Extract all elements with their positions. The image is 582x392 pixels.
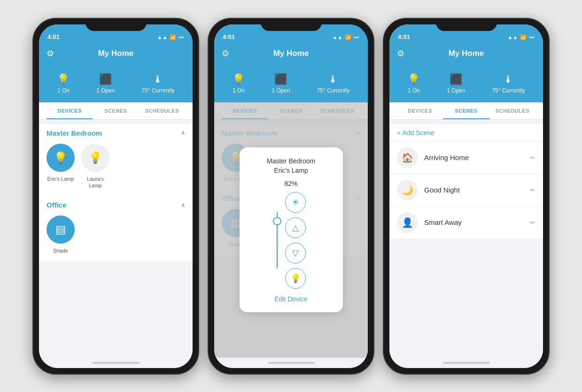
device-circle-lauras-lamp[interactable]: 💡 (81, 144, 109, 172)
brightness-icon-btn[interactable]: ☀ (285, 192, 306, 213)
scene-smart-away: Smart Away (424, 218, 523, 226)
devices-row-1: 💡 Eric's Lamp 💡 Laura'sLamp (39, 141, 193, 197)
content-area-3: DEVICES SCENES SCHEDULES + Add Scene 🏠 A… (389, 102, 543, 358)
list-item[interactable]: 🌙 Good Night ✏ (389, 174, 543, 206)
app-title-3: My Home (449, 49, 484, 58)
lamp-icon-2: 💡 (88, 151, 102, 164)
wifi-icon: 📶 (170, 34, 176, 40)
modal-overlay[interactable]: Master BedroomEric's Lamp 82% ☀ △ ▽ � (214, 102, 368, 358)
tab-schedules-3[interactable]: SCHEDULES (489, 102, 535, 119)
status-time-3: 4:01 (398, 33, 410, 40)
section-office: Office ∧ (39, 196, 193, 213)
home-bar-2 (268, 362, 315, 364)
wifi-icon-2: 📶 (345, 34, 351, 40)
info-bar-2: 💡 1 On ⬛ 1 Open 🌡 75° Currently (214, 65, 368, 102)
temp-icon: 🌡 (153, 73, 163, 85)
device-circle-shade[interactable]: ▤ (47, 215, 75, 244)
shade-icon: ▤ (55, 223, 66, 236)
info-temp-3: 🌡 75° Currently (492, 73, 525, 94)
signal-icon: ▲▲ (157, 34, 168, 40)
temp-label-3: 75° Currently (492, 87, 525, 94)
tab-devices-3[interactable]: DEVICES (397, 102, 443, 119)
home-bar-1 (93, 362, 140, 364)
chevron-up-icon[interactable]: ∧ (181, 130, 185, 136)
info-bar-3: 💡 1 On ⬛ 1 Open 🌡 75° Currently (389, 65, 543, 102)
list-item[interactable]: 💡 Eric's Lamp (47, 144, 75, 189)
status-time-1: 4:01 (47, 33, 60, 40)
window-icon: ⬛ (99, 73, 112, 85)
window-label-2: 1 Open (272, 87, 290, 94)
info-windows-2: ⬛ 1 Open (272, 73, 290, 94)
good-night-icon: 🌙 (397, 180, 418, 200)
increase-icon-btn[interactable]: △ (285, 217, 306, 238)
modal-title: Master BedroomEric's Lamp (267, 157, 315, 175)
device-circle-erics-lamp[interactable]: 💡 (47, 144, 75, 172)
section-name-office: Office (47, 201, 67, 209)
light-icon: 💡 (57, 73, 70, 85)
modal-controls: ☀ △ ▽ 💡 (277, 192, 306, 289)
section-name: Master Bedroom (47, 129, 102, 137)
light-icon-3: 💡 (407, 73, 420, 85)
slider-thumb[interactable] (273, 217, 281, 225)
tab-scenes-3[interactable]: SCENES (443, 102, 489, 119)
tab-devices-1[interactable]: DEVICES (47, 102, 93, 119)
info-windows-3: ⬛ 1 Open (447, 73, 465, 94)
signal-icon-3: ▲▲ (508, 34, 518, 40)
device-label-erics-lamp: Eric's Lamp (47, 176, 74, 182)
home-bar-3 (443, 362, 490, 364)
gear-icon-1[interactable]: ⚙ (47, 48, 54, 59)
edit-smart-away-icon[interactable]: ✏ (530, 219, 535, 226)
chevron-up-icon-2[interactable]: ∧ (181, 202, 185, 208)
battery-icon-2: ▪▪▪ (354, 34, 359, 40)
home-indicator-3 (389, 358, 543, 368)
tabs-1: DEVICES SCENES SCHEDULES (39, 102, 193, 120)
off-icon-btn[interactable]: 💡 (285, 268, 306, 289)
list-item[interactable]: ▤ Shade (47, 215, 75, 254)
light-label-3: 1 On (408, 87, 420, 94)
decrease-icon-btn[interactable]: ▽ (285, 243, 306, 263)
scene-list: + Add Scene 🏠 Arriving Home ✏ 🌙 Good Nig… (389, 124, 543, 238)
edit-device-link[interactable]: Edit Device (274, 295, 308, 303)
list-item[interactable]: 👤 Smart Away ✏ (389, 206, 543, 238)
section-master-bedroom: Master Bedroom ∧ (39, 124, 193, 141)
window-icon-2: ⬛ (274, 73, 287, 85)
lamp-icon: 💡 (54, 151, 68, 164)
signal-icon-2: ▲▲ (333, 34, 343, 40)
temp-label-2: 75° Currently (317, 87, 349, 94)
app-header-2: ⚙ My Home (214, 42, 368, 65)
status-time-2: 4:01 (223, 33, 235, 40)
vertical-slider[interactable] (277, 212, 278, 269)
slider-container[interactable] (277, 208, 278, 273)
content-area-2: DEVICES SCENES SCHEDULES Master Bedroom … (214, 102, 368, 358)
list-item[interactable]: 💡 Laura'sLamp (81, 144, 109, 189)
gear-icon-2[interactable]: ⚙ (222, 48, 229, 59)
phone-3: 4:01 ▲▲ 📶 ▪▪▪ ⚙ My Home 💡 1 On ⬛ 1 Open … (383, 18, 550, 375)
list-item[interactable]: 🏠 Arriving Home ✏ (389, 141, 543, 174)
add-scene-button[interactable]: + Add Scene (389, 124, 543, 141)
gear-icon-3[interactable]: ⚙ (397, 48, 404, 59)
notch-2 (261, 19, 322, 31)
light-label: 1 On (57, 87, 70, 94)
app-header-3: ⚙ My Home (389, 42, 543, 65)
device-label-lauras-lamp: Laura'sLamp (87, 176, 104, 189)
tab-schedules-1[interactable]: SCHEDULES (139, 102, 185, 119)
tab-scenes-1[interactable]: SCENES (93, 102, 139, 119)
modal-icon-list: ☀ △ ▽ 💡 (285, 192, 306, 289)
info-lights: 💡 1 On (57, 73, 70, 94)
content-area-1: DEVICES SCENES SCHEDULES Master Bedroom … (39, 102, 193, 358)
edit-good-night-icon[interactable]: ✏ (530, 186, 535, 194)
app-title-1: My Home (98, 49, 134, 58)
temp-label: 75° Currently (141, 87, 174, 94)
phone-2: 4:01 ▲▲ 📶 ▪▪▪ ⚙ My Home 💡 1 On ⬛ 1 Open … (208, 18, 374, 375)
arriving-home-icon: 🏠 (397, 147, 418, 168)
wifi-icon-3: 📶 (520, 34, 527, 40)
status-icons-1: ▲▲ 📶 ▪▪▪ (157, 34, 184, 40)
edit-arriving-home-icon[interactable]: ✏ (530, 154, 535, 161)
window-label-3: 1 Open (447, 87, 465, 94)
notch-1 (85, 19, 147, 31)
status-icons-2: ▲▲ 📶 ▪▪▪ (333, 34, 359, 40)
app-title-2: My Home (273, 49, 309, 58)
info-lights-2: 💡 1 On (232, 73, 245, 94)
tabs-3: DEVICES SCENES SCHEDULES (389, 102, 543, 120)
info-bar-1: 💡 1 On ⬛ 1 Open 🌡 75° Currently (39, 65, 193, 102)
